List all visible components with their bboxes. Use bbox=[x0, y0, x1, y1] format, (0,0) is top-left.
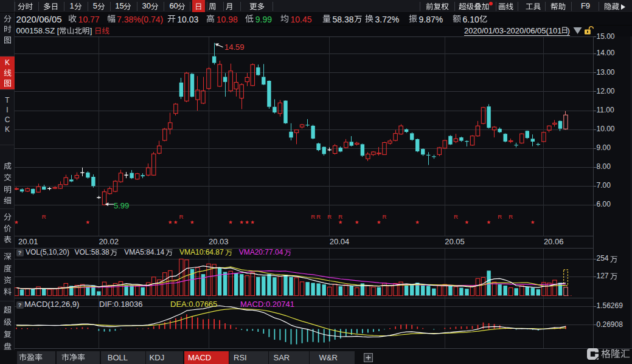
svg-text:R: R bbox=[338, 213, 342, 220]
svg-text:R: R bbox=[311, 213, 315, 220]
svg-text:R: R bbox=[42, 213, 46, 220]
svg-text:R: R bbox=[498, 213, 502, 220]
svg-text:R: R bbox=[316, 213, 321, 220]
svg-text:R: R bbox=[179, 213, 183, 220]
svg-text:R: R bbox=[454, 213, 458, 220]
svg-text:R: R bbox=[383, 213, 387, 220]
svg-text:R: R bbox=[509, 213, 513, 220]
svg-text:R: R bbox=[327, 213, 332, 220]
